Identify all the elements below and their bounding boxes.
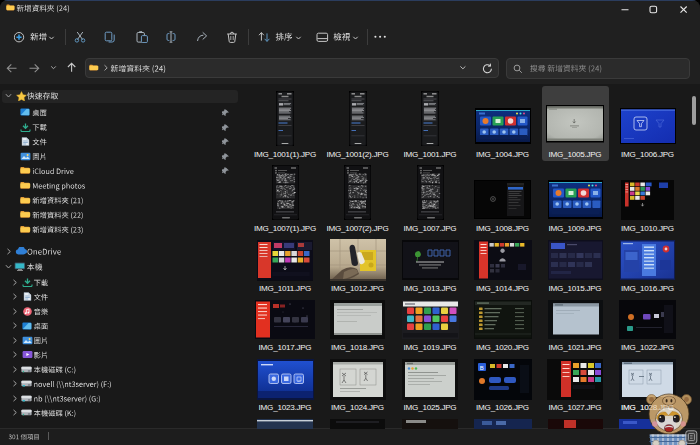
svg-text:B: B [479,365,483,371]
